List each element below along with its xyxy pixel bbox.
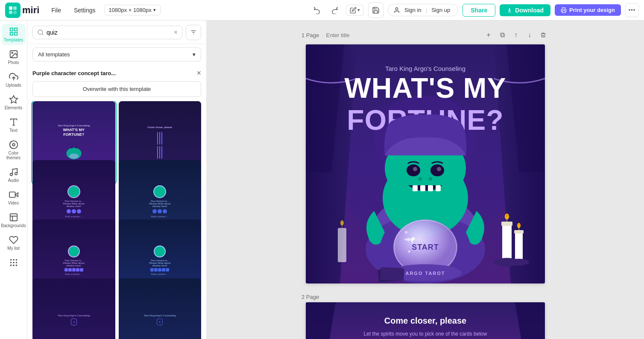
- search-icon: [37, 29, 44, 36]
- sidebar-label-my-list: My list: [7, 246, 19, 251]
- sign-up-button[interactable]: Sign up: [429, 6, 453, 14]
- redo-button[interactable]: [328, 3, 342, 17]
- svg-point-88: [340, 220, 344, 225]
- photo-icon: [9, 49, 19, 59]
- svg-rect-75: [501, 222, 512, 226]
- canvas-illustration: Taro King Argo's Counseling WHAT'S MY FO…: [306, 44, 545, 283]
- svg-rect-8: [10, 32, 12, 35]
- template-grid: Taro King Argo's Counseling WHAT'S MYFOR…: [27, 101, 206, 339]
- svg-point-23: [13, 260, 14, 260]
- canvas-frame-1[interactable]: Taro King Argo's Counseling WHAT'S MY FO…: [306, 44, 545, 283]
- sidebar-item-photo[interactable]: Photo: [2, 47, 26, 67]
- svg-rect-80: [514, 230, 524, 234]
- sidebar-label-audio: Audio: [8, 178, 19, 183]
- sidebar-item-backgrounds[interactable]: Backgrounds: [2, 210, 26, 231]
- svg-point-39: [75, 146, 77, 148]
- sidebar-item-templates[interactable]: Templates: [2, 24, 26, 45]
- svg-rect-7: [14, 28, 17, 31]
- svg-rect-74: [502, 224, 512, 262]
- more-options-button[interactable]: •••: [625, 3, 639, 17]
- save-button[interactable]: [368, 3, 383, 18]
- dimensions-text: 1080px × 1080px: [109, 7, 152, 13]
- main-layout: Templates Photo Uploads Elements Text: [0, 20, 644, 339]
- page-1-separator: -: [322, 32, 323, 38]
- page-2-preview: Come closer, please Let the spirits move…: [306, 302, 545, 339]
- page-1-number: 1 Page: [302, 32, 319, 38]
- add-page-button[interactable]: +: [483, 29, 495, 41]
- search-clear-button[interactable]: ×: [174, 29, 178, 36]
- svg-rect-86: [338, 228, 346, 262]
- sidebar-label-backgrounds: Backgrounds: [1, 223, 26, 228]
- filter-icon: [190, 29, 197, 36]
- filter-button[interactable]: [186, 25, 201, 40]
- svg-point-30: [16, 265, 17, 266]
- sidebar-label-text: Text: [9, 128, 17, 133]
- share-button[interactable]: Share: [463, 4, 495, 17]
- sidebar-label-templates: Templates: [4, 38, 23, 42]
- page-1-container: 1 Page - + ⧉ ↑ ↓: [215, 29, 635, 283]
- dimensions-selector[interactable]: 1080px × 1080px ▾: [104, 5, 161, 15]
- sidebar-item-color-themes[interactable]: Color themes: [2, 137, 26, 163]
- download-button[interactable]: Download: [500, 4, 550, 16]
- copy-page-button[interactable]: ⧉: [496, 29, 508, 41]
- undo-button[interactable]: [310, 3, 324, 17]
- template-thumb-7[interactable]: Taro King Argo's Counseling ✦: [32, 278, 115, 339]
- sidebar-item-elements[interactable]: Elements: [2, 92, 26, 113]
- canvas-frame-2[interactable]: Come closer, please Let the spirits move…: [306, 302, 545, 339]
- page-actions: + ⧉ ↑ ↓: [483, 29, 549, 41]
- svg-line-32: [42, 34, 43, 35]
- search-input[interactable]: [47, 29, 171, 36]
- svg-text:Let the spirits move you to pi: Let the spirits move you to pick one of …: [364, 331, 487, 337]
- page-title-input[interactable]: [326, 32, 398, 38]
- logo-text: miri: [22, 5, 39, 16]
- template-selected-title: Purple character concept taro...: [32, 70, 196, 76]
- svg-rect-9: [14, 32, 17, 35]
- edit-pen-button[interactable]: ▾: [346, 5, 364, 16]
- sidebar-item-uploads[interactable]: Uploads: [2, 69, 26, 90]
- svg-rect-6: [10, 28, 12, 31]
- auth-area: Sign in | Sign up: [388, 4, 458, 16]
- sidebar-label-video: Video: [8, 201, 19, 205]
- sidebar-item-text[interactable]: Text: [2, 114, 26, 135]
- svg-point-11: [12, 52, 13, 53]
- overwrite-area: Overwrite with this template: [27, 79, 206, 101]
- logo[interactable]: miri: [5, 3, 39, 18]
- svg-point-83: [518, 223, 520, 226]
- sidebar-label-color-themes: Color themes: [3, 151, 24, 160]
- svg-marker-19: [15, 193, 18, 196]
- menu-file[interactable]: File: [47, 5, 65, 15]
- svg-point-24: [16, 260, 17, 260]
- more-grid-icon: [9, 257, 19, 268]
- sidebar-item-my-list[interactable]: My list: [2, 232, 26, 253]
- sidebar-item-more[interactable]: [2, 255, 26, 270]
- user-icon: [393, 7, 400, 14]
- svg-rect-0: [9, 6, 12, 10]
- svg-rect-60: [420, 185, 425, 191]
- template-close-button[interactable]: ×: [196, 69, 201, 77]
- dropdown-selected: All templates: [38, 51, 70, 58]
- svg-point-85: [509, 259, 529, 266]
- svg-rect-20: [9, 192, 15, 198]
- menu-settings[interactable]: Settings: [70, 5, 100, 15]
- template-thumb-8[interactable]: Taro King Argo's Counseling ✦: [119, 278, 202, 339]
- svg-point-69: [408, 251, 410, 253]
- svg-point-57: [413, 167, 417, 171]
- move-down-button[interactable]: ↓: [524, 29, 536, 41]
- svg-point-25: [10, 262, 11, 263]
- sign-in-button[interactable]: Sign in: [402, 6, 424, 14]
- templates-icon: [9, 26, 19, 37]
- chevron-down-icon: ▾: [357, 7, 360, 13]
- overwrite-button[interactable]: Overwrite with this template: [32, 81, 201, 97]
- sidebar-item-video[interactable]: Video: [2, 187, 26, 208]
- delete-page-button[interactable]: [537, 29, 549, 41]
- text-icon: [9, 117, 19, 127]
- elements-icon: [9, 94, 19, 105]
- template-category-dropdown[interactable]: All templates ▾: [32, 47, 201, 61]
- svg-point-27: [16, 262, 17, 263]
- svg-point-17: [10, 173, 12, 176]
- print-button[interactable]: Print your design: [555, 4, 621, 16]
- svg-point-29: [13, 265, 14, 266]
- sidebar-item-audio[interactable]: Audio: [2, 164, 26, 185]
- chevron-down-icon: ▾: [153, 7, 156, 13]
- move-up-button[interactable]: ↑: [510, 29, 522, 41]
